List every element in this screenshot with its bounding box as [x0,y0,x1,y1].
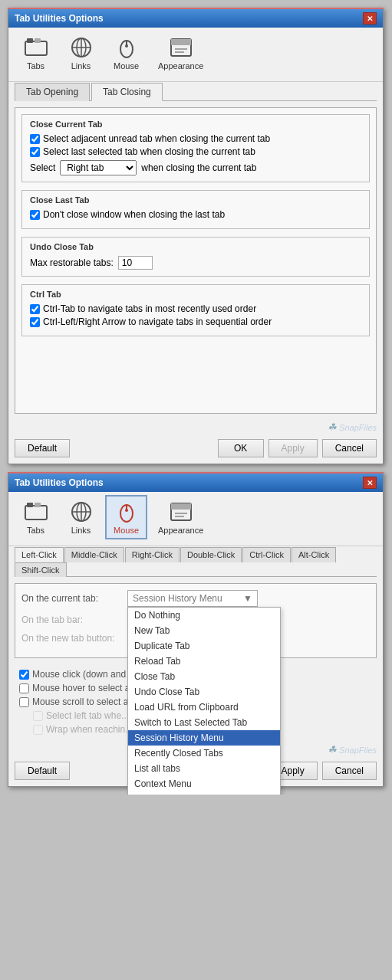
mouse-tab-middle-click[interactable]: Middle-Click [64,547,124,562]
mouse-check-2-input[interactable] [19,697,29,707]
tab-bar-label: On the tab bar: [21,615,121,625]
toolbar2-appearance[interactable]: Appearance [150,495,211,539]
close-last-title: Close Last Tab [30,195,361,205]
dropdown-item-list-all[interactable]: List all tabs [128,761,280,776]
checkbox-ctrl-tab: Ctrl-Tab to navigate tabs in most recent… [30,303,361,314]
dropdown-item-context-menu[interactable]: Context Menu [128,776,280,792]
close-current-title: Close Current Tab [30,120,361,129]
toolbar2-links[interactable]: Links [60,495,102,539]
footer-1: Default OK Apply Cancel [8,434,383,464]
mouse-tab-shift-click[interactable]: Shift-Click [15,562,67,577]
checkbox-dont-close-input[interactable] [30,210,40,220]
toolbar-mouse-label: Mouse [114,61,139,70]
mouse-tab-double-click[interactable]: Double-Click [180,547,242,562]
svg-rect-15 [27,503,33,507]
svg-rect-1 [27,38,33,43]
select-row: Select Right tab Left tab Adjacent tab w… [30,160,361,175]
dropdown-item-protect-tab[interactable]: Protect Tab [128,792,280,795]
dropdown-item-new-tab[interactable]: New Tab [128,623,280,638]
checkbox-ctrl-arrow: Ctrl-Left/Right Arrow to navigate tabs i… [30,316,361,327]
section-undo-close: Undo Close Tab Max restorable tabs: [21,237,370,277]
dropdown-item-switch-last[interactable]: Switch to Last Selected Tab [128,715,280,730]
ok-button-1[interactable]: OK [218,439,264,457]
tab-opening[interactable]: Tab Opening [15,83,90,101]
checkbox-ctrl-tab-input[interactable] [30,304,40,314]
checkbox-last-selected-input[interactable] [30,147,40,157]
mouse-tab-right-click[interactable]: Right-Click [125,547,180,562]
content-area-1: Close Current Tab Select adjacent unread… [15,107,377,414]
toolbar2-mouse[interactable]: Mouse [105,495,147,539]
svg-rect-2 [35,38,41,43]
ctrl-tab-title: Ctrl Tab [30,290,361,299]
toolbar-links[interactable]: Links [60,31,102,75]
toolbar2-tabs-label: Tabs [27,526,44,535]
max-tabs-input[interactable] [118,256,153,270]
section-close-last: Close Last Tab Don't close window when c… [21,190,370,229]
dropdown-item-recently-closed[interactable]: Recently Closed Tabs [128,746,280,761]
dropdown-item-undo-close-tab[interactable]: Undo Close Tab [128,684,280,700]
sub-check-0-label: Select left tab whe... [46,710,129,721]
checkbox-ctrl-arrow-input[interactable] [30,317,40,327]
dropdown-item-do-nothing[interactable]: Do Nothing [128,608,280,623]
toolbar-tabs[interactable]: Tabs [15,31,57,75]
default-button-2[interactable]: Default [15,762,70,780]
mouse-tab-left-click[interactable]: Left-Click [15,547,64,562]
dropdown-item-session-history[interactable]: Session History Menu [128,730,280,746]
dropdown-selected-text: Session History Menu [133,593,222,604]
svg-rect-25 [171,503,191,510]
tab-closing[interactable]: Tab Closing [91,83,163,101]
checkbox-ctrl-tab-label: Ctrl-Tab to navigate tabs in most recent… [43,303,256,314]
dropdown-arrow-icon: ▼ [243,593,252,604]
svg-rect-11 [171,39,191,45]
toolbar-appearance-label: Appearance [158,61,203,70]
default-button-1[interactable]: Default [15,439,70,457]
close-button-1[interactable]: ✕ [363,12,377,25]
section-ctrl-tab: Ctrl Tab Ctrl-Tab to navigate tabs in mo… [21,284,370,336]
apply-button-1[interactable]: Apply [268,439,318,457]
dropdown-item-load-url[interactable]: Load URL from Clipboard [128,700,280,715]
checkbox-last-selected: Select last selected tab when closing th… [30,146,361,157]
select-prefix: Select [30,162,55,173]
dropdown-item-close-tab[interactable]: Close Tab [128,669,280,684]
toolbar-appearance[interactable]: Appearance [150,31,211,75]
dropdown-list: Do Nothing New Tab Duplicate Tab Reload … [127,607,281,795]
spinner-row: Max restorable tabs: [30,256,361,270]
mouse-check-0-input[interactable] [19,670,29,680]
title-2: Tab Utilities Options [15,477,104,488]
watermark-text-2: SnapFiles [339,746,377,755]
right-tab-select[interactable]: Right tab Left tab Adjacent tab [60,160,137,175]
select-suffix: when closing the current tab [141,162,256,173]
titlebar-1: Tab Utilities Options ✕ [8,9,383,28]
mouse-tab-ctrl-click[interactable]: Ctrl-Click [242,547,291,562]
tab-bar-1: Tab Opening Tab Closing [15,82,377,101]
toolbar-links-label: Links [71,61,91,70]
svg-point-9 [125,44,128,48]
mouse-tab-alt-click[interactable]: Alt-Click [292,547,336,562]
titlebar-2: Tab Utilities Options ✕ [8,474,383,492]
cancel-button-1[interactable]: Cancel [322,439,377,457]
checkbox-adjacent-label: Select adjacent unread tab when closing … [43,133,270,144]
cancel-button-2[interactable]: Cancel [322,762,377,780]
dropdown-item-reload-tab[interactable]: Reload Tab [128,654,280,669]
mouse-check-1-input[interactable] [19,683,29,693]
close-button-2[interactable]: ✕ [363,477,377,489]
checkbox-ctrl-arrow-label: Ctrl-Left/Right Arrow to navigate tabs i… [43,316,272,327]
toolbar-2: Tabs Links Mouse [8,492,383,546]
toolbar2-tabs[interactable]: Tabs [15,495,57,539]
toolbar2-appearance-label: Appearance [158,526,203,535]
checkbox-adjacent: Select adjacent unread tab when closing … [30,133,361,144]
toolbar-1: Tabs Links Mouse [8,28,383,82]
watermark-1: ☘ SnapFiles [8,420,383,434]
dropdown-container: Session History Menu ▼ Do Nothing New Ta… [127,590,258,607]
window-2: Tab Utilities Options ✕ Tabs Links [8,472,384,787]
footer-left-1: Default [15,439,213,457]
toolbar-mouse[interactable]: Mouse [105,31,147,75]
title-1: Tab Utilities Options [15,13,104,24]
watermark-text-1: SnapFiles [339,423,377,432]
mouse-tab-bar: Left-Click Middle-Click Right-Click Doub… [15,546,377,577]
checkbox-adjacent-input[interactable] [30,134,40,144]
new-tab-btn-label: On the new tab button: [21,633,121,644]
dropdown-item-duplicate-tab[interactable]: Duplicate Tab [128,638,280,654]
max-label: Max restorable tabs: [30,257,114,268]
dropdown-trigger[interactable]: Session History Menu ▼ [127,590,258,607]
